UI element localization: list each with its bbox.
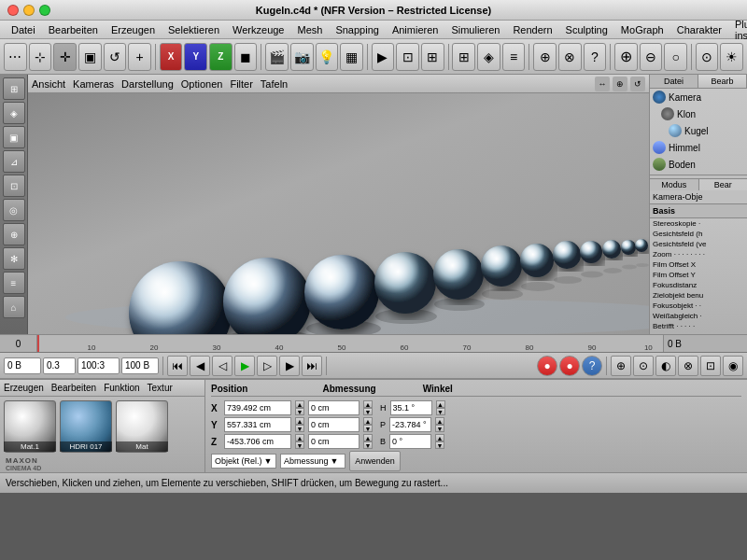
toolbar-film[interactable]: 🎬 (265, 43, 289, 71)
maximize-button[interactable] (39, 5, 50, 16)
mat-menu-funktion[interactable]: Funktion (104, 383, 139, 393)
coord-x-abm-input[interactable]: 0 cm (308, 400, 359, 415)
toolbar-layer[interactable]: ≡ (502, 43, 526, 71)
left-tool-9[interactable]: ≡ (3, 272, 25, 294)
coord-h-up[interactable]: ▲ (436, 400, 445, 408)
left-tool-5[interactable]: ⊡ (3, 175, 25, 197)
toolbar-material[interactable]: ◈ (477, 43, 500, 71)
toolbar-rotate-obj[interactable]: ↺ (104, 43, 127, 71)
end-frame-field[interactable]: 100 B (121, 357, 159, 374)
toolbar-icon1[interactable]: ⊕ (614, 43, 638, 71)
toolbar-light[interactable]: 💡 (316, 43, 339, 71)
toolbar-icon4[interactable]: ⊙ (696, 43, 719, 71)
coord-z-pos-input[interactable]: -453.706 cm (224, 434, 291, 449)
rp-tab-bearb[interactable]: Bearb (698, 75, 747, 88)
menu-datei[interactable]: Datei (6, 23, 41, 36)
toolbar-x[interactable]: X (160, 43, 183, 71)
coord-z-down[interactable]: ▼ (295, 441, 304, 449)
coord-b-winkel-input[interactable]: 0 ° (389, 434, 431, 449)
canvas-3d[interactable] (28, 93, 649, 334)
vp-menu-ansicht[interactable]: Ansicht (32, 78, 65, 90)
menu-sculpting[interactable]: Sculpting (560, 23, 613, 36)
pb-icon2[interactable]: ⊙ (633, 356, 654, 376)
left-tool-7[interactable]: ⊕ (3, 223, 25, 245)
toolbar-icon5[interactable]: ☀ (720, 43, 743, 71)
toolbar-render3[interactable]: ⊞ (421, 43, 444, 71)
toolbar-y[interactable]: Y (184, 43, 207, 71)
left-tool-6[interactable]: ◎ (3, 199, 25, 221)
toolbar-snap2[interactable]: ⊗ (558, 43, 582, 71)
menu-charakter[interactable]: Charakter (671, 23, 727, 36)
fps-field[interactable]: 0.3 (43, 357, 76, 374)
coord-x-pos-input[interactable]: 739.492 cm (224, 400, 291, 415)
toolbar-floor[interactable]: ▦ (340, 43, 363, 71)
coord-x-up[interactable]: ▲ (295, 400, 304, 408)
props-tab-modus[interactable]: Modus (650, 179, 699, 190)
coord-p-winkel-input[interactable]: -23.784 ° (389, 417, 431, 432)
apply-button[interactable]: Anwenden (349, 451, 401, 471)
coord-h-winkel-input[interactable]: 35.1 ° (390, 400, 432, 415)
pb-icon1[interactable]: ⊕ (611, 356, 631, 376)
menu-bearbeiten[interactable]: Bearbeiten (43, 23, 104, 36)
menu-plugins[interactable]: Plug-ins (729, 18, 747, 42)
mat-menu-erzeugen[interactable]: Erzeugen (4, 383, 44, 393)
toolbar-select[interactable]: ⊹ (29, 43, 52, 71)
coord-p-up[interactable]: ▲ (435, 417, 444, 425)
coord-dropdown-1[interactable]: Objekt (Rel.) ▼ (211, 454, 276, 469)
toolbar-snap[interactable]: ⊕ (533, 43, 557, 71)
toolbar-render[interactable]: ▶ (372, 43, 395, 71)
toolbar-mode-points[interactable]: ⋯ (4, 43, 27, 71)
coord-h-down[interactable]: ▼ (436, 408, 445, 415)
left-tool-3[interactable]: ▣ (3, 126, 25, 148)
menu-werkzeuge[interactable]: Werkzeuge (227, 23, 289, 36)
mat-menu-textur[interactable]: Textur (148, 383, 173, 393)
toolbar-icon2[interactable]: ⊖ (640, 43, 663, 71)
pb-prev-frame[interactable]: ◀ (190, 356, 210, 376)
toolbar-box[interactable]: ▣ (78, 43, 102, 71)
toolbar-add[interactable]: + (128, 43, 151, 71)
pb-goto-end[interactable]: ⏭ (302, 356, 322, 376)
menu-mesh[interactable]: Mesh (291, 23, 328, 36)
toolbar-snap3[interactable]: ? (584, 43, 607, 71)
tree-item-kugel[interactable]: Kugel (650, 122, 747, 139)
vp-menu-optionen[interactable]: Optionen (181, 78, 223, 90)
current-frame-field[interactable]: 0 B (4, 357, 41, 374)
menu-simulieren[interactable]: Simulieren (445, 23, 505, 36)
coord-z-abm-down[interactable]: ▼ (363, 441, 373, 449)
props-tab-bear[interactable]: Bear (699, 179, 748, 190)
left-tool-1[interactable]: ⊞ (3, 77, 25, 100)
menu-erzeugen[interactable]: Erzeugen (106, 23, 161, 36)
left-tool-2[interactable]: ◈ (3, 102, 25, 124)
rp-tab-datei[interactable]: Datei (650, 75, 698, 88)
coord-y-abm-up[interactable]: ▲ (363, 417, 373, 425)
pb-goto-start[interactable]: ⏮ (167, 356, 188, 376)
tree-item-boden[interactable]: Boden (650, 156, 747, 173)
menu-selektieren[interactable]: Selektieren (162, 23, 225, 36)
pb-next-key[interactable]: ▷ (257, 356, 277, 376)
menu-animieren[interactable]: Animieren (387, 23, 444, 36)
menu-rendern[interactable]: Rendern (507, 23, 557, 36)
coord-b-up[interactable]: ▲ (435, 434, 444, 441)
toolbar-z[interactable]: Z (209, 43, 233, 71)
left-tool-8[interactable]: ✻ (3, 247, 25, 270)
pb-icon5[interactable]: ⊡ (700, 356, 721, 376)
vp-menu-filter[interactable]: Filter (230, 78, 252, 90)
pb-icon4[interactable]: ⊗ (678, 356, 698, 376)
toolbar-square[interactable]: ◼ (234, 43, 258, 71)
toolbar-move[interactable]: ✛ (53, 43, 77, 71)
coord-y-pos-input[interactable]: 557.331 cm (224, 417, 291, 432)
left-tool-4[interactable]: ⊿ (3, 150, 25, 173)
tree-item-himmel[interactable]: Himmel (650, 139, 747, 156)
coord-x-abm-up[interactable]: ▲ (363, 400, 373, 408)
tree-item-klon[interactable]: Klon (650, 105, 747, 122)
pb-icon3[interactable]: ◐ (655, 356, 676, 376)
pb-record[interactable]: ● (537, 356, 557, 376)
timeline-ruler[interactable]: 10 20 30 40 50 60 70 80 90 10 (37, 335, 663, 352)
tree-item-kamera[interactable]: Kamera (650, 89, 747, 105)
coord-x-abm-down[interactable]: ▼ (363, 408, 373, 415)
coord-p-down[interactable]: ▼ (435, 425, 444, 432)
coord-z-up[interactable]: ▲ (295, 434, 304, 441)
vp-icon-move[interactable]: ↔ (595, 77, 610, 91)
vp-menu-darstellung[interactable]: Darstellung (121, 78, 174, 90)
close-button[interactable] (7, 5, 19, 16)
